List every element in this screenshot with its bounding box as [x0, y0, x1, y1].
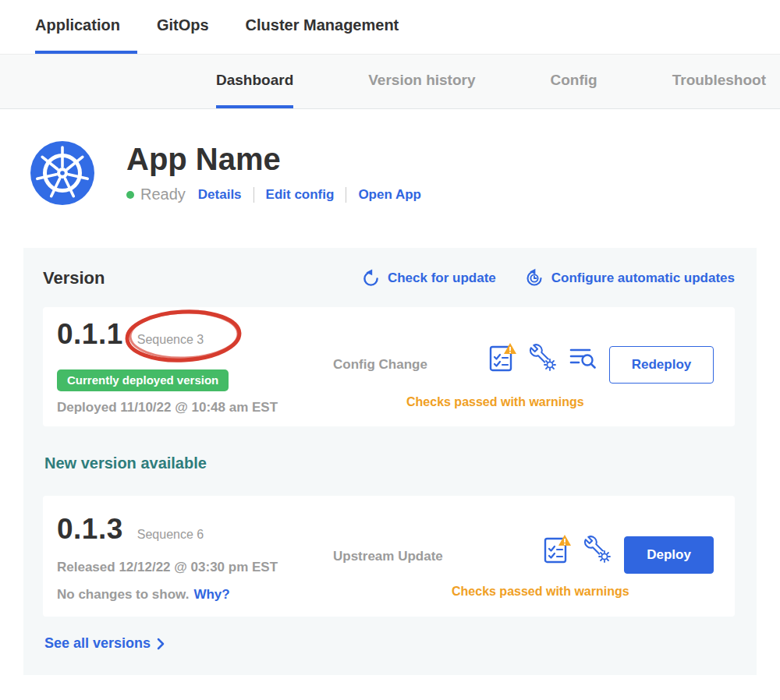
app-status: Ready: [140, 186, 186, 203]
app-name: App Name: [126, 142, 421, 176]
details-link[interactable]: Details: [198, 187, 242, 203]
view-files-icon[interactable]: [569, 343, 597, 371]
current-version-sequence: Sequence 3: [137, 333, 204, 347]
tab-cluster-management[interactable]: Cluster Management: [246, 0, 417, 54]
available-version-sequence: Sequence 6: [137, 528, 204, 542]
currently-deployed-badge: Currently deployed version: [57, 369, 229, 391]
preflight-status-text: Checks passed with warnings: [452, 585, 629, 599]
available-version-number: 0.1.3: [57, 513, 123, 546]
new-version-heading: New version available: [44, 454, 735, 472]
why-link[interactable]: Why?: [193, 587, 229, 602]
check-for-update-link[interactable]: Check for update: [361, 269, 496, 288]
preflight-status-text: Checks passed with warnings: [406, 395, 584, 409]
change-type-label: Upstream Update: [333, 549, 443, 564]
divider: [346, 187, 346, 203]
preflight-checks-icon[interactable]: [544, 533, 572, 564]
primary-nav: Application GitOps Cluster Management: [0, 0, 780, 55]
released-timestamp: Released 12/12/22 @ 03:30 pm EST: [57, 560, 278, 575]
kubernetes-logo-icon: [30, 140, 95, 206]
version-section-title: Version: [43, 268, 105, 288]
deploy-button[interactable]: Deploy: [624, 536, 714, 574]
available-version-card: 0.1.3 Sequence 6 Released 12/12/22 @ 03:…: [43, 496, 735, 617]
subtab-dashboard[interactable]: Dashboard: [216, 55, 293, 108]
configure-auto-updates-label: Configure automatic updates: [551, 270, 735, 286]
clock-refresh-icon: [524, 268, 544, 288]
refresh-icon: [361, 269, 381, 288]
current-version-number: 0.1.1: [57, 318, 123, 351]
version-section: Version Check for update Configure autom…: [23, 248, 757, 675]
wrench-gear-icon[interactable]: [529, 343, 557, 371]
divider: [254, 187, 254, 203]
tab-application[interactable]: Application: [35, 0, 137, 54]
current-version-card: 0.1.1 Sequence 3 Currently deployed vers…: [43, 307, 735, 426]
no-changes-text: No changes to show.Why?: [57, 587, 230, 603]
status-dot-icon: [126, 191, 134, 199]
subtab-config[interactable]: Config: [551, 55, 597, 108]
check-for-update-label: Check for update: [388, 270, 496, 286]
subtab-troubleshoot[interactable]: Troubleshoot: [672, 55, 766, 108]
tab-gitops[interactable]: GitOps: [157, 0, 226, 54]
change-type-label: Config Change: [333, 357, 427, 373]
preflight-checks-icon[interactable]: [489, 341, 517, 373]
chevron-right-icon: [157, 638, 165, 650]
open-app-link[interactable]: Open App: [358, 187, 421, 203]
subtab-version-history[interactable]: Version history: [368, 55, 475, 108]
deployed-timestamp: Deployed 11/10/22 @ 10:48 am EST: [57, 400, 278, 415]
edit-config-link[interactable]: Edit config: [266, 187, 335, 203]
see-all-versions-link[interactable]: See all versions: [44, 635, 165, 652]
app-header: App Name Ready Details Edit config Open …: [0, 109, 780, 206]
configure-auto-updates-link[interactable]: Configure automatic updates: [524, 268, 735, 288]
wrench-gear-icon[interactable]: [583, 535, 612, 563]
see-all-versions-label: See all versions: [44, 635, 151, 652]
redeploy-button[interactable]: Redeploy: [609, 346, 714, 384]
no-changes-label: No changes to show.: [57, 587, 189, 602]
app-subnav: Dashboard Version history Config Trouble…: [0, 55, 780, 109]
